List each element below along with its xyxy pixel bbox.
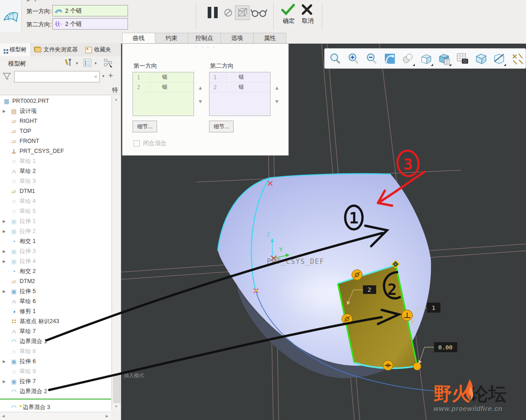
tree-item[interactable]: *边界混合 3 <box>0 402 111 412</box>
ok-button[interactable]: 确定 <box>279 4 299 25</box>
chain-row[interactable]: 1链 <box>209 72 270 82</box>
tree-item[interactable]: RIGHT <box>0 116 111 126</box>
tree-item[interactable]: DTM2 <box>0 276 111 286</box>
first-direction-chain-list[interactable]: 1链2链 <box>133 72 194 116</box>
details-button-second[interactable]: 细节... <box>209 121 234 132</box>
move-up-icon[interactable]: ▲ <box>274 85 280 91</box>
tree-item[interactable]: 修剪 1 <box>0 306 111 316</box>
details-button-first[interactable]: 细节... <box>133 121 157 132</box>
tree-item[interactable]: TOP <box>0 126 111 136</box>
tree-item[interactable]: 草绘 8 <box>0 346 111 356</box>
feature-tab[interactable]: 属性 <box>254 33 286 44</box>
tangency-handle[interactable] <box>352 270 363 280</box>
closed-blend-checkbox[interactable]: 闭合混合 <box>133 139 167 147</box>
saved-views-icon[interactable] <box>419 51 434 66</box>
sections-icon[interactable] <box>491 51 507 66</box>
tree-item[interactable]: ▶拉伸 3 <box>0 246 111 256</box>
expand-arrow-icon[interactable]: ▶ <box>3 259 10 263</box>
perspective-icon[interactable] <box>473 51 489 66</box>
tree-item[interactable]: ▶拉伸 5 <box>0 286 111 296</box>
corner-point-handle[interactable] <box>414 363 421 370</box>
tree-item[interactable]: 相交 1 <box>0 236 111 246</box>
tree-item[interactable]: ▶拉伸 7 <box>0 376 111 386</box>
tree-item[interactable]: ▶设计项 <box>0 106 111 116</box>
panel-drag-handle[interactable]: · · · · <box>195 44 216 50</box>
minus-handle[interactable] <box>383 360 393 370</box>
tree-item[interactable]: DTM1 <box>0 186 111 196</box>
dim-edge[interactable]: 1 <box>427 303 440 313</box>
cancel-button[interactable]: 取消 <box>298 4 318 25</box>
tree-horizontal-scrollbar[interactable]: ◀ ▶ <box>0 412 112 420</box>
tree-item[interactable]: 草绘 6 <box>0 296 111 306</box>
perpendicular-handle[interactable] <box>402 310 413 321</box>
tree-item[interactable]: 基准点 标识243 <box>0 316 111 326</box>
tree-item[interactable]: 草绘 5 <box>0 206 111 216</box>
move-down-icon[interactable]: ▼ <box>274 98 280 105</box>
display-style-icon[interactable] <box>400 51 416 66</box>
tree-item[interactable]: 草绘 3 <box>0 176 111 186</box>
expand-arrow-icon[interactable]: ▶ <box>3 380 10 384</box>
zoom-out-icon[interactable] <box>364 51 379 66</box>
navigator-tab[interactable]: 收藏夹 <box>82 43 115 56</box>
dim-width[interactable]: 2 <box>363 285 376 294</box>
navigator-tab[interactable]: 文件夹浏览器 <box>31 43 82 56</box>
feature-tab[interactable]: 曲线 <box>122 33 155 44</box>
checkbox-box[interactable] <box>133 140 140 147</box>
zoom-in-icon[interactable] <box>346 51 361 66</box>
view-manager-icon[interactable] <box>437 51 452 66</box>
chevron-down-icon[interactable]: ▼ <box>94 61 97 66</box>
clear-filter-icon[interactable]: × <box>94 73 97 80</box>
tree-item[interactable]: 草绘 7 <box>0 326 111 336</box>
tree-settings-icon[interactable] <box>103 58 113 70</box>
add-filter-button[interactable]: + <box>108 71 113 80</box>
tangency-handle[interactable] <box>342 314 352 324</box>
repaint-icon[interactable] <box>382 51 398 66</box>
expand-arrow-icon[interactable]: ▶ <box>3 249 10 253</box>
expand-arrow-icon[interactable]: ▶ <box>3 229 10 233</box>
tree-item[interactable]: 草绘 1 <box>0 156 111 166</box>
tree-tools-icon[interactable] <box>64 58 73 69</box>
tree-item[interactable]: ▶拉伸 4 <box>0 256 111 266</box>
pause-icon[interactable] <box>207 6 219 19</box>
chevron-down-icon[interactable]: ▼ <box>75 61 79 66</box>
tree-vertical-scrollbar[interactable]: ▲ ▼ <box>112 96 121 410</box>
tree-item[interactable]: ▶拉伸 6 <box>0 356 111 366</box>
feature-tab[interactable]: 控制点 <box>188 33 221 44</box>
tree-item[interactable]: 边界混合 2 <box>0 386 111 396</box>
move-up-icon[interactable]: ▲ <box>198 85 203 91</box>
tree-item[interactable]: FRONT <box>0 136 111 146</box>
snapshot-icon[interactable] <box>455 51 470 66</box>
tree-item[interactable]: PRT0002.PRT <box>0 96 111 106</box>
tree-item[interactable]: PRT_CSYS_DEF <box>0 146 111 156</box>
second-direction-chain-list[interactable]: 1链2链 <box>209 72 271 116</box>
forbid-icon[interactable] <box>224 8 233 17</box>
feature-tab[interactable]: 约束 <box>155 33 188 44</box>
feature-tab[interactable]: 选项 <box>221 33 254 44</box>
expand-arrow-icon[interactable]: ▶ <box>3 359 10 364</box>
chain-row[interactable]: 1链 <box>133 72 194 82</box>
refit-icon[interactable] <box>327 51 343 66</box>
tree-item[interactable]: 草绘 4 <box>0 196 111 206</box>
chain-row[interactable]: 2链 <box>209 82 270 92</box>
navigator-tab[interactable]: 模型树 <box>0 43 31 56</box>
tree-item[interactable]: 相交 2 <box>0 266 111 276</box>
second-direction-collector[interactable]: 2 个链 <box>52 18 128 30</box>
expand-arrow-icon[interactable]: ▶ <box>3 109 10 113</box>
expand-arrow-icon[interactable]: ▶ <box>3 289 10 293</box>
chevron-down-icon[interactable]: ▼ <box>102 74 105 78</box>
chain-row[interactable]: 2链 <box>133 82 194 92</box>
move-down-icon[interactable]: ▼ <box>198 98 203 105</box>
datum-display-icon[interactable] <box>510 51 525 66</box>
tree-item[interactable]: 边界混合 1 <box>0 336 111 346</box>
tree-item[interactable]: 草绘 9 <box>0 366 111 376</box>
expand-arrow-icon[interactable]: ▶ <box>3 219 10 223</box>
tree-item[interactable]: ▶拉伸 2 <box>0 226 111 236</box>
tree-filter-input[interactable]: × <box>14 71 100 82</box>
dim-value[interactable]: 0.00 <box>434 342 457 352</box>
no-preview-icon[interactable] <box>235 5 250 20</box>
glasses-icon[interactable] <box>250 8 268 18</box>
tree-item[interactable]: ▶拉伸 1 <box>0 216 111 226</box>
filter-funnel-icon[interactable] <box>2 72 11 82</box>
tree-filters-icon[interactable] <box>83 58 92 69</box>
tree-item[interactable]: 草绘 2 <box>0 166 111 176</box>
